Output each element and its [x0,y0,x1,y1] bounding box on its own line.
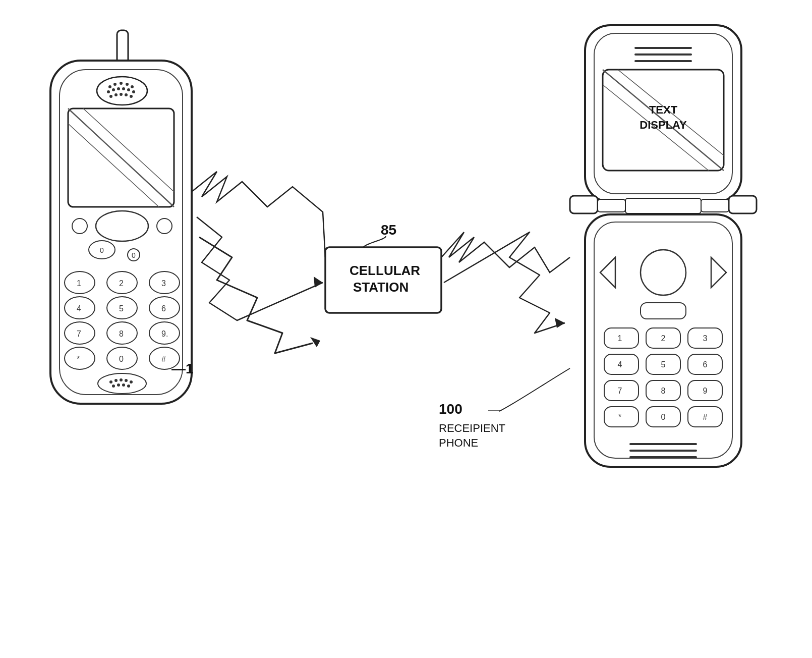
svg-point-13 [127,88,130,91]
station-text-line1: CELLULAR [350,263,420,278]
svg-marker-68 [555,318,565,328]
svg-text:6: 6 [161,304,166,313]
svg-text:3: 3 [703,334,708,343]
svg-text:5: 5 [661,360,666,369]
svg-text:7: 7 [618,387,622,395]
svg-point-11 [117,87,120,90]
svg-marker-67 [314,277,323,288]
svg-point-12 [122,87,125,90]
svg-text:1: 1 [77,279,81,288]
svg-rect-81 [598,199,625,212]
recipient-text-line1: RECEIPIENT [439,422,505,434]
left-phone: 0 0 1 2 3 4 5 6 7 8 [50,30,192,404]
svg-text:0: 0 [119,355,124,363]
svg-text:2: 2 [661,334,666,343]
svg-text:8: 8 [119,330,124,338]
svg-text:#: # [703,413,708,421]
svg-point-7 [126,83,129,86]
svg-point-55 [98,373,146,394]
svg-point-62 [117,383,120,387]
text-display-line2: DISPLAY [640,119,687,131]
svg-text:4: 4 [77,304,81,313]
station-number: 85 [381,222,396,238]
svg-point-58 [120,378,123,381]
svg-point-6 [120,82,123,85]
svg-point-8 [131,85,134,88]
station-text-line2: STATION [353,280,409,295]
svg-point-24 [72,218,87,234]
svg-text:1: 1 [618,334,622,343]
svg-rect-80 [729,196,757,213]
svg-point-85 [641,250,686,295]
svg-point-18 [125,93,128,96]
svg-point-4 [108,85,111,88]
svg-point-57 [114,379,118,382]
svg-point-14 [132,90,135,93]
svg-point-63 [122,383,125,387]
svg-rect-82 [701,199,729,212]
svg-text:3: 3 [161,279,166,288]
svg-text:5: 5 [119,304,124,313]
svg-point-16 [114,93,118,96]
svg-rect-86 [641,303,686,319]
svg-text:6: 6 [703,360,708,369]
svg-text:0: 0 [100,246,104,254]
svg-point-10 [112,88,115,91]
svg-point-9 [107,90,110,93]
svg-point-25 [157,218,172,234]
svg-point-19 [130,95,133,98]
svg-rect-78 [570,196,598,213]
svg-text:—: — [488,403,500,416]
svg-text:9: 9 [703,387,708,395]
svg-marker-66 [310,337,320,347]
recipient-text-line2: PHONE [439,436,478,449]
svg-point-17 [120,93,123,96]
svg-point-26 [96,211,148,241]
right-signal-lines [441,232,570,272]
svg-point-61 [112,385,115,388]
svg-point-59 [125,379,128,382]
recipient-number: 100 [439,401,462,417]
svg-text:4: 4 [618,360,622,369]
svg-point-3 [97,77,147,105]
right-phone: TEXT DISPLAY [570,25,757,467]
svg-text:*: * [77,355,80,363]
svg-text:0: 0 [132,251,136,259]
svg-text:9.: 9. [161,330,168,338]
svg-text:*: * [618,413,621,421]
svg-text:7: 7 [77,330,81,338]
svg-text:0: 0 [661,413,666,421]
text-display-line1: TEXT [649,103,678,116]
svg-point-56 [109,380,112,383]
svg-rect-79 [625,198,701,213]
diagram-container: 0 0 1 2 3 4 5 6 7 8 [0,0,812,658]
phone1-label: —1 [171,361,194,376]
svg-text:#: # [161,355,166,363]
svg-point-15 [109,95,112,98]
svg-point-60 [130,380,133,383]
svg-text:8: 8 [661,387,666,395]
svg-point-64 [127,385,130,388]
svg-point-5 [113,83,117,86]
svg-text:2: 2 [119,279,124,288]
